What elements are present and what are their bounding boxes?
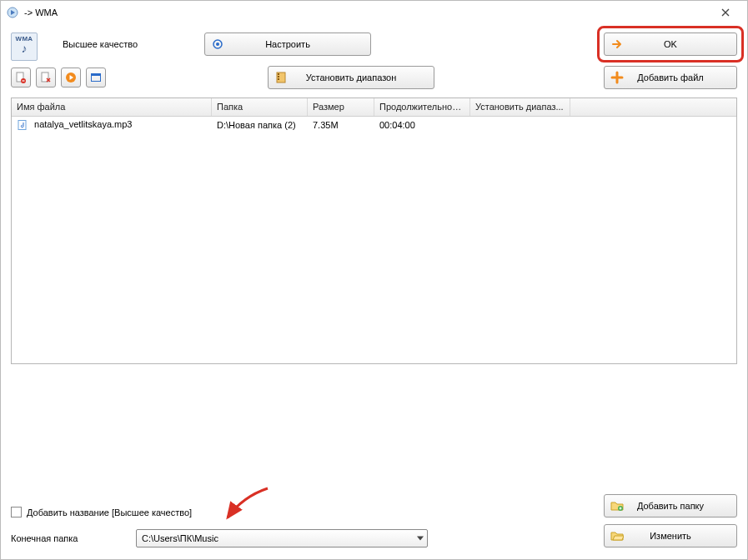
play-button[interactable] bbox=[61, 68, 81, 88]
svg-point-2 bbox=[216, 42, 219, 46]
window: -> WMA WMA ♪ Высшее качество Настроить bbox=[0, 0, 748, 560]
titlebar: -> WMA bbox=[1, 1, 747, 24]
cell-duration: 00:04:00 bbox=[374, 118, 470, 132]
ok-label: OK bbox=[664, 39, 677, 49]
output-folder-label: Конечная папка bbox=[11, 533, 111, 543]
change-folder-label: Изменить bbox=[650, 531, 691, 541]
cell-filename: natalya_vetlitskaya.mp3 bbox=[34, 119, 132, 129]
format-wma-icon: WMA ♪ bbox=[11, 32, 38, 61]
output-folder-value: C:\Users\ПК\Music bbox=[142, 533, 218, 543]
svg-rect-5 bbox=[23, 80, 25, 81]
col-folder[interactable]: Папка bbox=[212, 98, 308, 116]
svg-rect-11 bbox=[278, 73, 279, 75]
remove-item-button[interactable] bbox=[11, 68, 31, 88]
arrow-right-icon bbox=[610, 37, 625, 52]
svg-rect-13 bbox=[278, 78, 279, 80]
file-table: Имя файла Папка Размер Продолжительность… bbox=[11, 98, 737, 364]
folder-open-icon bbox=[610, 528, 625, 543]
close-button[interactable] bbox=[709, 2, 742, 22]
add-name-label: Добавить название [Высшее качество] bbox=[27, 508, 192, 518]
window-title: -> WMA bbox=[24, 8, 58, 18]
ok-button[interactable]: OK bbox=[604, 32, 737, 56]
plus-icon bbox=[610, 70, 625, 85]
col-duration[interactable]: Продолжительность bbox=[374, 98, 470, 116]
audio-file-icon bbox=[17, 119, 28, 131]
add-file-button[interactable]: Добавить файл bbox=[604, 66, 737, 89]
cell-range bbox=[470, 123, 570, 127]
output-folder-combo[interactable]: C:\Users\ПК\Music bbox=[136, 529, 428, 548]
change-folder-button[interactable]: Изменить bbox=[604, 524, 737, 548]
add-folder-button[interactable]: Добавить папку bbox=[604, 494, 737, 518]
gear-icon bbox=[210, 37, 225, 52]
col-empty bbox=[570, 98, 736, 116]
arrow-annotation bbox=[218, 484, 276, 526]
set-range-label: Установить диапазон bbox=[306, 72, 397, 82]
table-row[interactable]: natalya_vetlitskaya.mp3 D:\Новая папка (… bbox=[12, 117, 736, 133]
configure-label: Настроить bbox=[265, 39, 310, 49]
col-range[interactable]: Установить диапаз... bbox=[470, 98, 570, 116]
quality-label: Высшее качество bbox=[63, 39, 138, 49]
folder-plus-icon bbox=[610, 498, 625, 513]
add-file-label: Добавить файл bbox=[637, 72, 703, 82]
configure-button[interactable]: Настроить bbox=[204, 32, 371, 56]
svg-rect-12 bbox=[278, 76, 279, 78]
set-range-button[interactable]: Установить диапазон bbox=[268, 66, 434, 89]
add-folder-label: Добавить папку bbox=[637, 501, 704, 511]
view-mode-button[interactable] bbox=[86, 68, 106, 88]
col-size[interactable]: Размер bbox=[308, 98, 374, 116]
app-icon bbox=[6, 6, 19, 19]
bottom-area: Добавить название [Высшее качество] Коне… bbox=[1, 500, 747, 559]
clear-list-button[interactable] bbox=[36, 68, 56, 88]
svg-rect-9 bbox=[92, 74, 101, 77]
add-name-checkbox[interactable] bbox=[11, 507, 22, 518]
col-filename[interactable]: Имя файла bbox=[12, 98, 212, 116]
top-area: WMA ♪ Высшее качество Настроить OK bbox=[1, 24, 747, 64]
film-icon bbox=[274, 70, 289, 85]
bottom-right-buttons: Добавить папку Изменить bbox=[604, 494, 737, 548]
table-header: Имя файла Папка Размер Продолжительность… bbox=[12, 98, 736, 117]
toolbar-row: Установить диапазон Добавить файл bbox=[1, 66, 747, 89]
cell-folder: D:\Новая папка (2) bbox=[212, 118, 308, 132]
cell-size: 7.35M bbox=[308, 118, 374, 132]
